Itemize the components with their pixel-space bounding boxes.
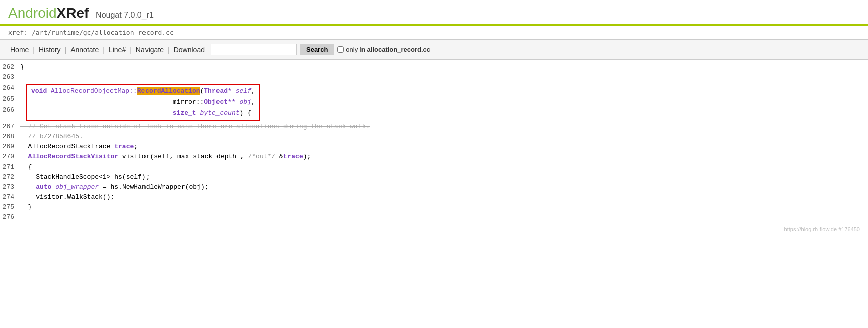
xref-text: XRef: [57, 5, 89, 21]
search-input[interactable]: [211, 44, 297, 55]
line-content: auto obj_wrapper = hs.NewHandleWrapper(o…: [20, 182, 868, 192]
line-number: 264: [0, 83, 20, 94]
line-number: 271: [0, 162, 20, 172]
line-numbers-col: 264 265 266: [0, 83, 26, 116]
line-content: StackHandleScope<1> hs(self);: [20, 172, 868, 182]
footer-text: https://blog.rh-flow.de #176450: [784, 226, 860, 232]
table-row: 268 // b/27858645.: [0, 132, 868, 142]
sep5: |: [166, 46, 172, 54]
version-text: Nougat 7.0.0_r1: [96, 11, 154, 19]
table-row: 276: [0, 212, 868, 222]
table-row: 274 visitor.WalkStack();: [0, 192, 868, 202]
line-number: 265: [0, 94, 20, 105]
table-row: 270 AllocRecordStackVisitor visitor(self…: [0, 152, 868, 162]
breadcrumb-text: xref: /art/runtime/gc/allocation_record.…: [8, 29, 174, 36]
line-number: 275: [0, 202, 20, 212]
line-number: 262: [0, 62, 20, 72]
sep3: |: [101, 46, 107, 54]
android-text: Android: [8, 5, 57, 21]
sep2: |: [63, 46, 69, 54]
line-number: 272: [0, 172, 20, 182]
line-number: 270: [0, 152, 20, 162]
line-number: 273: [0, 182, 20, 192]
breadcrumb: xref: /art/runtime/gc/allocation_record.…: [0, 26, 868, 40]
footer: https://blog.rh-flow.de #176450: [0, 224, 868, 234]
line-content: // Get stack trace outside of lock in ca…: [20, 122, 868, 132]
line-number: 266: [0, 105, 20, 116]
line-content: [20, 72, 868, 83]
line-content: // b/27858645.: [20, 132, 868, 142]
sep4: |: [128, 46, 134, 54]
sep1: |: [31, 46, 37, 54]
table-row: 267 // Get stack trace outside of lock i…: [0, 122, 868, 132]
home-link[interactable]: Home: [8, 45, 31, 55]
navigate-link[interactable]: Navigate: [134, 45, 166, 55]
table-row: 269 AllocRecordStackTrace trace;: [0, 142, 868, 152]
table-row: 262 }: [0, 62, 868, 72]
code-area: 262 } 263 264 265 266 void AllocRecordOb…: [0, 60, 868, 224]
table-row: 273 auto obj_wrapper = hs.NewHandleWrapp…: [0, 182, 868, 192]
func-line-1: void AllocRecordObjectMap::RecordAllocat…: [31, 86, 255, 97]
func-line-3: size_t byte_count) {: [31, 108, 255, 119]
line-number: 276: [0, 212, 20, 222]
table-row: 272 StackHandleScope<1> hs(self);: [0, 172, 868, 182]
func-line-2: mirror::Object** obj,: [31, 97, 255, 108]
line-content: }: [20, 202, 868, 212]
download-link[interactable]: Download: [172, 45, 207, 55]
linehash-link[interactable]: Line#: [107, 45, 128, 55]
table-row: 263: [0, 72, 868, 83]
line-number: 274: [0, 192, 20, 202]
function-highlight-box: void AllocRecordObjectMap::RecordAllocat…: [26, 84, 260, 121]
line-number: 268: [0, 132, 20, 142]
line-content: AllocRecordStackVisitor visitor(self, ma…: [20, 152, 868, 162]
line-number: 263: [0, 72, 20, 83]
search-button[interactable]: Search: [300, 44, 334, 55]
only-in-checkbox[interactable]: [337, 46, 344, 53]
line-content: {: [20, 162, 868, 172]
history-link[interactable]: History: [37, 45, 63, 55]
highlighted-block: 264 265 266 void AllocRecordObjectMap::R…: [0, 83, 868, 122]
only-in-label: only in allocation_record.cc: [346, 46, 430, 53]
header-title: AndroidXRef Nougat 7.0.0_r1: [8, 5, 154, 21]
line-content: AllocRecordStackTrace trace;: [20, 142, 868, 152]
annotate-link[interactable]: Annotate: [68, 45, 101, 55]
line-content: }: [20, 62, 868, 72]
table-row: 275 }: [0, 202, 868, 212]
table-row: 271 {: [0, 162, 868, 172]
header: AndroidXRef Nougat 7.0.0_r1: [0, 0, 868, 26]
line-number: 269: [0, 142, 20, 152]
line-content: visitor.WalkStack();: [20, 192, 868, 202]
line-content: [20, 212, 868, 222]
line-number: 267: [0, 122, 20, 132]
toolbar: Home | History | Annotate | Line# | Navi…: [0, 40, 868, 60]
